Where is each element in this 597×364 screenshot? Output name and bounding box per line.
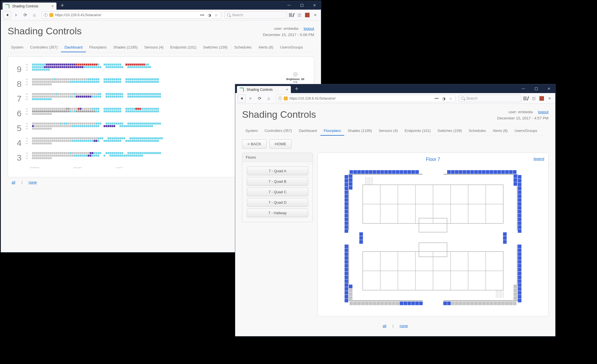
segment-group[interactable] xyxy=(106,66,123,68)
shade-cell[interactable] xyxy=(108,110,109,112)
shade-cell[interactable] xyxy=(46,78,48,80)
shade-cell[interactable] xyxy=(48,140,50,142)
shade-cell[interactable] xyxy=(34,123,36,125)
more-icon[interactable]: ••• xyxy=(434,96,440,101)
floorplan-shade-cell[interactable] xyxy=(373,302,377,306)
floorplan-shade-cell[interactable] xyxy=(503,232,507,236)
shade-cell[interactable] xyxy=(48,110,50,112)
shade-cell[interactable] xyxy=(112,123,113,125)
segment-group[interactable] xyxy=(104,78,121,80)
shade-cell[interactable] xyxy=(94,140,95,142)
shade-cell[interactable] xyxy=(38,98,40,100)
shade-cell[interactable] xyxy=(46,142,48,144)
shade-cell[interactable] xyxy=(113,66,115,68)
shade-cell[interactable] xyxy=(106,123,107,125)
segment-group[interactable] xyxy=(32,93,101,95)
shade-cell[interactable] xyxy=(68,125,70,127)
shade-cell[interactable] xyxy=(90,78,91,80)
shade-cell[interactable] xyxy=(100,66,101,68)
segment-group[interactable] xyxy=(125,110,159,112)
segment-group[interactable] xyxy=(32,81,99,83)
shade-cell[interactable] xyxy=(86,108,87,110)
shade-cell[interactable] xyxy=(74,66,75,68)
shade-cell[interactable] xyxy=(139,155,141,157)
shade-cell[interactable] xyxy=(52,96,54,98)
shade-cell[interactable] xyxy=(32,123,34,125)
shade-cell[interactable] xyxy=(104,110,105,112)
shade-cell[interactable] xyxy=(155,78,157,80)
nav-tab[interactable]: Dashboard xyxy=(295,126,320,136)
floorplan-shade-cell[interactable] xyxy=(513,170,517,174)
shade-cell[interactable] xyxy=(110,96,111,98)
floorplan-shade-cell[interactable] xyxy=(344,252,348,256)
floorplan-shade-cell[interactable] xyxy=(344,249,348,253)
shade-cell[interactable] xyxy=(76,96,77,98)
shade-cell[interactable] xyxy=(151,108,153,110)
shade-cell[interactable] xyxy=(92,155,93,157)
shade-cell[interactable] xyxy=(139,152,141,154)
shade-cell[interactable] xyxy=(70,64,72,66)
shade-cell[interactable] xyxy=(127,93,129,95)
shade-cell[interactable] xyxy=(88,125,89,127)
shade-cell[interactable] xyxy=(96,123,97,125)
shade-cell[interactable] xyxy=(66,108,68,110)
browser-search[interactable]: Search xyxy=(459,95,521,102)
shade-cell[interactable] xyxy=(60,123,62,125)
shade-cell[interactable] xyxy=(147,123,149,125)
select-all-link[interactable]: all xyxy=(9,180,18,184)
shade-cell[interactable] xyxy=(110,155,111,157)
shade-cell[interactable] xyxy=(50,64,52,66)
floorplan-shade-cell[interactable] xyxy=(344,291,348,295)
shade-cell[interactable] xyxy=(121,152,123,154)
shade-cell[interactable] xyxy=(106,78,107,80)
shade-cell[interactable] xyxy=(34,98,36,100)
shade-cell[interactable] xyxy=(112,137,113,139)
shade-cell[interactable] xyxy=(133,93,135,95)
shade-cell[interactable] xyxy=(137,81,139,83)
shade-cell[interactable] xyxy=(92,93,93,95)
shade-cell[interactable] xyxy=(84,78,85,80)
shade-cell[interactable] xyxy=(58,152,60,154)
shade-cell[interactable] xyxy=(141,152,143,154)
shade-cell[interactable] xyxy=(50,81,52,83)
shade-cell[interactable] xyxy=(76,64,77,66)
shade-cell[interactable] xyxy=(72,140,73,142)
nav-back-button[interactable] xyxy=(237,94,245,102)
shade-cell[interactable] xyxy=(74,110,75,112)
shade-cell[interactable] xyxy=(139,137,141,139)
shade-cell[interactable] xyxy=(42,110,44,112)
shade-cell[interactable] xyxy=(92,137,93,139)
shade-cell[interactable] xyxy=(119,66,121,68)
shade-cell[interactable] xyxy=(32,66,34,68)
shade-cell[interactable] xyxy=(98,81,99,83)
shade-cell[interactable] xyxy=(66,155,68,157)
floorplan-shade-cell[interactable] xyxy=(373,170,377,174)
shade-cell[interactable] xyxy=(38,93,40,95)
shade-cell[interactable] xyxy=(44,142,46,144)
floorplan-shade-cell[interactable] xyxy=(344,279,348,283)
shade-cell[interactable] xyxy=(48,155,50,157)
floorplan-shade-cell[interactable] xyxy=(344,295,348,299)
shade-cell[interactable] xyxy=(151,125,153,127)
floorplan-shade-cell[interactable] xyxy=(361,302,365,306)
floorplan-shade-cell[interactable] xyxy=(514,182,518,186)
floorplan-shade-cell[interactable] xyxy=(514,289,518,293)
shade-cell[interactable] xyxy=(48,125,50,127)
nav-tab[interactable]: Endpoints (101) xyxy=(401,126,434,136)
shade-cell[interactable] xyxy=(86,66,87,68)
shade-cell[interactable] xyxy=(60,93,62,95)
shade-cell[interactable] xyxy=(78,93,79,95)
shade-cell[interactable] xyxy=(38,69,40,71)
shade-cell[interactable] xyxy=(145,140,147,142)
shade-cell[interactable] xyxy=(108,78,109,80)
shade-cell[interactable] xyxy=(82,108,83,110)
shade-cell[interactable] xyxy=(145,137,147,139)
shade-cell[interactable] xyxy=(50,83,52,85)
shade-cell[interactable] xyxy=(38,142,40,144)
shade-cell[interactable] xyxy=(58,78,60,80)
shade-cell[interactable] xyxy=(62,78,64,80)
floorplan-shade-cell[interactable] xyxy=(489,170,493,174)
shade-cell[interactable] xyxy=(78,123,79,125)
shade-cell[interactable] xyxy=(70,152,72,154)
segment-group[interactable] xyxy=(104,110,121,112)
